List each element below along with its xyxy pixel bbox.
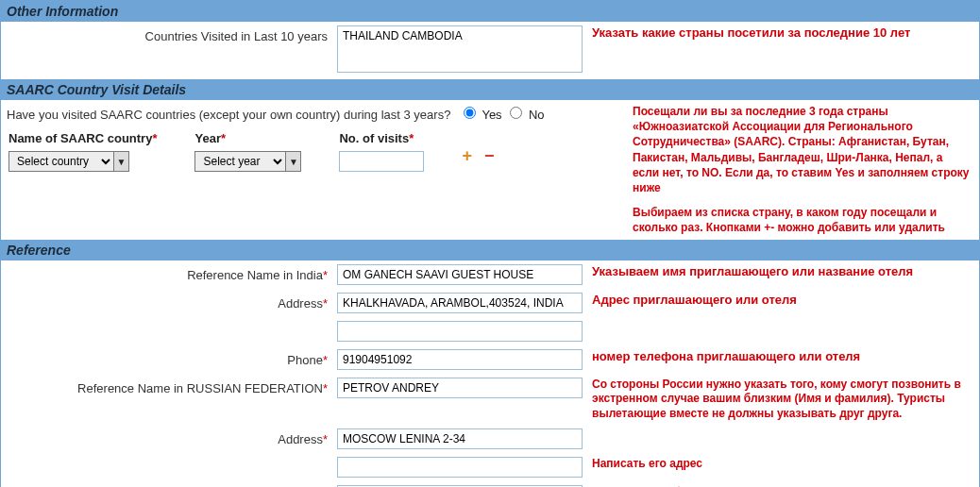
ref-name-india-label: Reference Name in India* — [7, 264, 337, 282]
ref-phone-india-input[interactable] — [337, 349, 583, 370]
saarc-note-2: Выбираем из списка страну, в каком году … — [633, 205, 972, 235]
saarc-visits-label: No. of visits* — [339, 131, 424, 145]
ref-name-ru-input[interactable] — [337, 378, 583, 398]
remove-row-icon[interactable]: − — [484, 146, 495, 165]
ref-addr-ru-note: Написать его адрес — [583, 457, 973, 470]
ref-phone-india-note: номер телефона приглашающего или отеля — [583, 349, 973, 363]
saarc-no-radio[interactable] — [510, 107, 522, 119]
dropdown-icon: ▼ — [113, 152, 128, 171]
ref-addr-ru-input[interactable] — [337, 428, 583, 449]
saarc-yes-radio[interactable] — [464, 107, 476, 119]
saarc-note-1: Посещали ли вы за последние 3 года стран… — [633, 104, 972, 195]
ref-addr-india-label: Address* — [7, 293, 337, 311]
saarc-yes-label: Yes — [482, 108, 501, 122]
ref-name-ru-label: Reference Name in RUSSIAN FEDERATION* — [7, 378, 337, 395]
saarc-no-label: No — [529, 108, 545, 122]
section-saarc-header: SAARC Country Visit Details — [1, 79, 979, 100]
ref-addr-india-note: Адрес приглашающего или отеля — [583, 293, 973, 307]
section-reference-header: Reference — [1, 240, 979, 260]
dropdown-icon: ▼ — [285, 152, 300, 171]
countries-visited-label: Countries Visited in Last 10 years — [7, 25, 337, 43]
saarc-question: Have you visited SAARC countries (except… — [7, 108, 450, 122]
ref-addr-india-input[interactable] — [337, 293, 583, 313]
saarc-visits-input[interactable] — [339, 151, 424, 172]
ref-addr-ru-input-2[interactable] — [337, 457, 583, 478]
ref-addr-india-input-2[interactable] — [337, 321, 583, 342]
saarc-country-select[interactable]: Select country — [9, 152, 113, 171]
ref-name-india-note: Указываем имя приглашающего или название… — [583, 264, 973, 278]
saarc-year-label: Year* — [194, 131, 301, 145]
saarc-country-label: Name of SAARC country* — [8, 131, 157, 145]
ref-name-ru-note: Со стороны России нужно указать того, ко… — [583, 378, 973, 422]
ref-phone-india-label: Phone* — [7, 349, 337, 367]
add-row-icon[interactable]: + — [462, 146, 472, 165]
countries-visited-textarea[interactable]: THAILAND CAMBODIA — [337, 25, 583, 73]
ref-addr-ru-label: Address* — [7, 428, 337, 446]
section-other-header: Other Information — [1, 1, 979, 22]
countries-visited-note: Указать какие страны посетили за последн… — [583, 25, 973, 40]
ref-name-india-input[interactable] — [337, 264, 583, 285]
saarc-year-select[interactable]: Select year — [195, 152, 285, 171]
